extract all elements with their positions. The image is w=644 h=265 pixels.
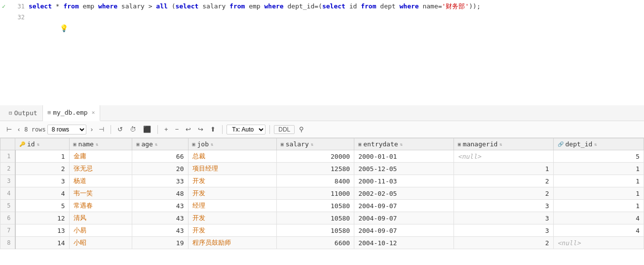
cell-id[interactable]: 4	[15, 187, 70, 200]
cell-name[interactable]: 小易	[69, 224, 132, 237]
cell-job[interactable]: 项目经理	[188, 163, 276, 175]
ddl-button[interactable]: DDL	[274, 125, 295, 134]
cell-name[interactable]: 张无忌	[69, 163, 132, 175]
cell-dept_id[interactable]: 1	[553, 163, 644, 175]
cell-dept_id[interactable]: 1	[553, 200, 644, 212]
cell-entrydate[interactable]: 2000-11-03	[354, 175, 454, 187]
cell-salary[interactable]: 11000	[276, 187, 354, 200]
cell-age[interactable]: 19	[132, 237, 188, 249]
cell-age[interactable]: 48	[132, 187, 188, 200]
remove-row-button[interactable]: −	[173, 125, 182, 134]
cell-dept_id[interactable]: 1	[553, 187, 644, 200]
pin-button[interactable]: ⚲	[297, 125, 306, 134]
cell-dept_id[interactable]: 4	[553, 212, 644, 224]
cell-name[interactable]: 杨道	[69, 175, 132, 187]
result-table-wrapper[interactable]: 🔑 id ⇅ ▣ name ⇅	[0, 138, 644, 265]
cell-salary[interactable]: 20000	[276, 150, 354, 163]
deptid-sort-icon[interactable]: ⇅	[594, 142, 597, 147]
col-header-age[interactable]: ▣ age ⇅	[132, 138, 188, 150]
cell-job[interactable]: 开发	[188, 187, 276, 200]
upload-button[interactable]: ⬆	[208, 125, 218, 134]
salary-sort-icon[interactable]: ⇅	[311, 142, 313, 147]
cell-age[interactable]: 33	[132, 175, 188, 187]
tx-selector[interactable]: Tx: Auto	[227, 125, 265, 134]
cell-job[interactable]: 开发	[188, 175, 276, 187]
cell-id[interactable]: 2	[15, 163, 70, 175]
first-page-button[interactable]: ⊢	[4, 125, 14, 134]
cell-managerid[interactable]: <null>	[454, 150, 553, 163]
cell-name[interactable]: 金庸	[69, 150, 132, 163]
id-sort-icon[interactable]: ⇅	[37, 142, 39, 147]
cell-job[interactable]: 经理	[188, 200, 276, 212]
cell-job[interactable]: 开发	[188, 212, 276, 224]
cell-entrydate[interactable]: 2005-12-05	[354, 163, 454, 175]
cell-entrydate[interactable]: 2000-01-01	[354, 150, 454, 163]
prev-page-button[interactable]: ‹	[15, 125, 22, 134]
age-sort-icon[interactable]: ⇅	[155, 142, 157, 147]
cell-id[interactable]: 1	[15, 150, 70, 163]
table-row[interactable]: 33杨道33开发84002000-11-0321	[0, 175, 644, 187]
cell-name[interactable]: 常遇春	[69, 200, 132, 212]
name-sort-icon[interactable]: ⇅	[96, 142, 98, 147]
col-header-job[interactable]: ▣ job ⇅	[188, 138, 276, 150]
cell-managerid[interactable]: 1	[454, 163, 553, 175]
table-row[interactable]: 713小易43开发105802004-09-0734	[0, 224, 644, 237]
cell-dept_id[interactable]: 5	[553, 150, 644, 163]
cell-salary[interactable]: 10580	[276, 200, 354, 212]
tab-output[interactable]: ⊟ Output	[4, 105, 43, 121]
cell-id[interactable]: 13	[15, 224, 70, 237]
col-header-name[interactable]: ▣ name ⇅	[69, 138, 132, 150]
line-content-31[interactable]: select * from emp where salary > all (se…	[29, 1, 642, 12]
cell-dept_id[interactable]: 1	[553, 175, 644, 187]
tab-close-button[interactable]: ✕	[92, 109, 95, 116]
cell-age[interactable]: 43	[132, 224, 188, 237]
cell-managerid[interactable]: 2	[454, 187, 553, 200]
tab-table[interactable]: ⊞ my_db.emp ✕	[43, 105, 101, 121]
cell-job[interactable]: 总裁	[188, 150, 276, 163]
cell-id[interactable]: 14	[15, 237, 70, 249]
line-content-32[interactable]: 💡	[29, 12, 642, 45]
cell-dept_id[interactable]: <null>	[553, 237, 644, 249]
cell-salary[interactable]: 10580	[276, 224, 354, 237]
table-row[interactable]: 44韦一笑48开发110002002-02-0521	[0, 187, 644, 200]
cell-name[interactable]: 小昭	[69, 237, 132, 249]
cell-entrydate[interactable]: 2004-09-07	[354, 212, 454, 224]
col-header-id[interactable]: 🔑 id ⇅	[15, 138, 70, 150]
col-header-salary[interactable]: ▣ salary ⇅	[276, 138, 354, 150]
cell-job[interactable]: 开发	[188, 224, 276, 237]
stop-button[interactable]: ⬛	[141, 125, 153, 134]
undo-button[interactable]: ↩	[183, 125, 193, 134]
cell-name[interactable]: 清风	[69, 212, 132, 224]
cell-entrydate[interactable]: 2004-09-07	[354, 224, 454, 237]
cell-entrydate[interactable]: 2004-10-12	[354, 237, 454, 249]
cell-salary[interactable]: 8400	[276, 175, 354, 187]
cell-id[interactable]: 3	[15, 175, 70, 187]
cell-salary[interactable]: 12580	[276, 163, 354, 175]
col-header-managerid[interactable]: ▣ managerid ⇅	[454, 138, 553, 150]
managerid-sort-icon[interactable]: ⇅	[499, 142, 502, 147]
cell-dept_id[interactable]: 4	[553, 224, 644, 237]
last-page-button[interactable]: ⊣	[96, 125, 107, 134]
cell-age[interactable]: 43	[132, 212, 188, 224]
rows-dropdown[interactable]: 8 rows 10 rows 50 rows 100 rows	[47, 125, 86, 134]
cell-job[interactable]: 程序员鼓励师	[188, 237, 276, 249]
table-row[interactable]: 612清风43开发105802004-09-0734	[0, 212, 644, 224]
cell-age[interactable]: 20	[132, 163, 188, 175]
table-row[interactable]: 11金庸66总裁200002000-01-01<null>5	[0, 150, 644, 163]
cell-age[interactable]: 66	[132, 150, 188, 163]
refresh-button[interactable]: ↺	[115, 125, 125, 134]
cell-managerid[interactable]: 3	[454, 224, 553, 237]
cell-salary[interactable]: 10580	[276, 212, 354, 224]
cell-managerid[interactable]: 2	[454, 175, 553, 187]
next-page-button[interactable]: ›	[88, 125, 95, 134]
cell-managerid[interactable]: 2	[454, 237, 553, 249]
redo-button[interactable]: ↪	[195, 125, 206, 134]
cell-entrydate[interactable]: 2002-02-05	[354, 187, 454, 200]
cell-managerid[interactable]: 3	[454, 212, 553, 224]
cell-managerid[interactable]: 3	[454, 200, 553, 212]
table-row[interactable]: 55常遇春43经理105802004-09-0731	[0, 200, 644, 212]
entrydate-sort-icon[interactable]: ⇅	[400, 142, 403, 147]
schedule-button[interactable]: ⏱	[127, 125, 139, 134]
job-sort-icon[interactable]: ⇅	[211, 142, 213, 147]
cell-entrydate[interactable]: 2004-09-07	[354, 200, 454, 212]
